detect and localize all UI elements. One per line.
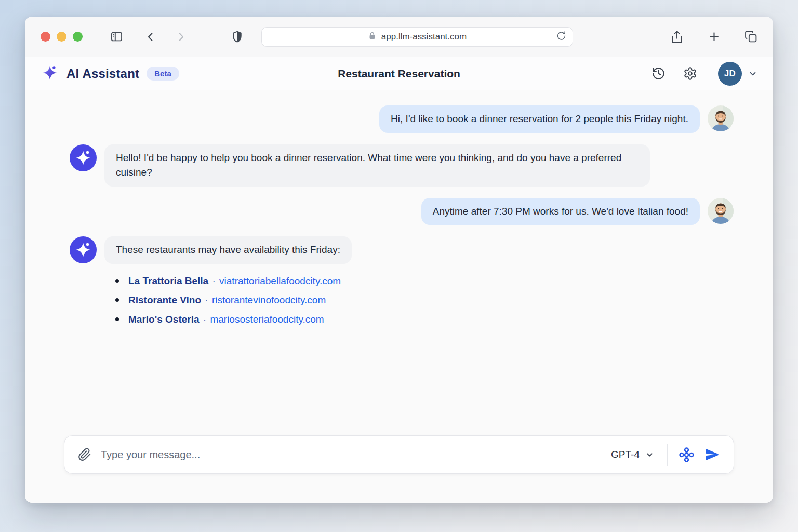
chat-area: Hi, I'd like to book a dinner reservatio…: [25, 90, 773, 435]
attachment-paperclip-icon[interactable]: [78, 448, 91, 461]
browser-window: app.llm-assistant.com: [25, 17, 773, 503]
composer-divider: [667, 444, 668, 466]
assistant-avatar: [70, 144, 97, 171]
bullet-dot: [115, 317, 119, 321]
message-row-assistant: Hello! I'd be happy to help you book a d…: [70, 144, 734, 187]
bullet-dot: [115, 298, 119, 302]
model-label: GPT-4: [611, 449, 640, 460]
restaurant-name: Mario's Osteria: [128, 314, 200, 325]
page-title: Restaurant Reservation: [338, 68, 460, 80]
url-text: app.llm-assistant.com: [381, 32, 467, 42]
command-shortcut-icon[interactable]: [676, 445, 696, 464]
new-tab-icon[interactable]: [708, 30, 721, 43]
restaurant-link[interactable]: viatrattoriabellafoodcity.com: [219, 275, 341, 286]
close-window-button[interactable]: [41, 32, 50, 42]
privacy-shield-icon[interactable]: [231, 30, 244, 43]
sparkle-logo-icon: [41, 63, 59, 84]
message-composer: GPT-4: [64, 435, 734, 474]
message-row-user: Hi, I'd like to book a dinner reservatio…: [70, 105, 734, 133]
separator-dot: ·: [204, 295, 209, 305]
restaurant-name: La Trattoria Bella: [128, 275, 208, 286]
bullet-dot: [115, 279, 119, 283]
composer-container: GPT-4: [25, 435, 773, 503]
profile-chevron-down-icon[interactable]: [748, 69, 757, 78]
reload-icon[interactable]: [556, 30, 567, 43]
history-icon[interactable]: [651, 66, 666, 81]
assistant-avatar: [70, 236, 97, 263]
restaurant-link[interactable]: mariososteriafoodcity.com: [210, 314, 324, 325]
lock-icon: [368, 31, 377, 42]
user-message-bubble: Anytime after 7:30 PM works for us. We'd…: [421, 198, 700, 225]
app-brand: AI Assistant Beta: [41, 63, 179, 84]
list-item: Ristorante Vino · ristorantevinofoodcity…: [115, 295, 734, 306]
model-selector[interactable]: GPT-4: [611, 449, 654, 460]
assistant-message-bubble: Hello! I'd be happy to help you book a d…: [104, 144, 650, 187]
send-button[interactable]: [704, 447, 720, 462]
beta-badge: Beta: [147, 66, 179, 81]
zoom-window-button[interactable]: [73, 32, 83, 42]
forward-button-icon[interactable]: [175, 31, 187, 43]
app-name: AI Assistant: [66, 66, 139, 81]
list-item: La Trattoria Bella · viatrattoriabellafo…: [115, 275, 734, 287]
restaurant-name: Ristorante Vino: [128, 295, 201, 305]
profile-avatar[interactable]: JD: [718, 62, 742, 86]
restaurant-link[interactable]: ristorantevinofoodcity.com: [212, 295, 326, 305]
list-item: Mario's Osteria · mariososteriafoodcity.…: [115, 314, 734, 325]
message-row-user: Anytime after 7:30 PM works for us. We'd…: [70, 198, 734, 225]
user-avatar: [708, 198, 734, 224]
share-icon[interactable]: [670, 30, 684, 44]
chevron-down-icon: [645, 450, 654, 459]
separator-dot: ·: [211, 275, 216, 286]
minimize-window-button[interactable]: [57, 32, 66, 42]
window-controls: [41, 32, 83, 42]
user-avatar: [708, 105, 734, 131]
message-input[interactable]: [101, 449, 611, 461]
app-header: AI Assistant Beta Restaurant Reservation…: [25, 57, 773, 90]
address-bar[interactable]: app.llm-assistant.com: [261, 27, 573, 47]
restaurant-list: La Trattoria Bella · viatrattoriabellafo…: [115, 275, 734, 333]
tab-overview-icon[interactable]: [744, 30, 757, 43]
back-button-icon[interactable]: [144, 31, 157, 43]
assistant-message-bubble: These restaurants may have availability …: [104, 236, 352, 264]
message-row-assistant: These restaurants may have availability …: [70, 236, 734, 264]
sidebar-toggle-icon[interactable]: [110, 30, 124, 44]
separator-dot: ·: [202, 314, 207, 325]
settings-gear-icon[interactable]: [683, 66, 697, 81]
browser-toolbar: app.llm-assistant.com: [25, 17, 773, 57]
user-message-bubble: Hi, I'd like to book a dinner reservatio…: [379, 105, 700, 133]
